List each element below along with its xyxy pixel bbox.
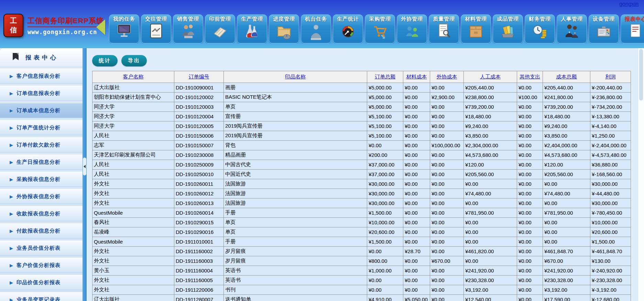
table-row: 同济大学DD-1910120003单页¥5,000.00¥0.00¥0.00¥7…: [92, 102, 631, 112]
cart-icon: [372, 23, 388, 43]
column-header-利润[interactable]: 利润: [590, 71, 631, 83]
sidebar-item-生产日报信息分析[interactable]: ▶生产日报信息分析: [0, 154, 83, 170]
cell-订单编号: DD-1910290016: [174, 227, 224, 237]
column-header-材料成本[interactable]: 材料成本: [403, 71, 430, 83]
nav-item-外协管理[interactable]: 外协管理: [397, 14, 427, 43]
cell-客户名称: 志军: [92, 141, 174, 150]
cell-订单编号: DD-1910260013: [174, 198, 224, 208]
nav-item-设备管理[interactable]: 设备管理: [589, 14, 619, 43]
sidebar-item-label: 客户信息报表分析: [17, 73, 61, 79]
cell-成本总额: ¥205,560.00: [543, 170, 590, 179]
cell-其他支出: ¥0.00: [517, 266, 543, 276]
cell-成本总额: ¥3,850.00: [543, 131, 590, 141]
cell-材料成本: ¥0.00: [403, 266, 430, 276]
cell-外协成本: ¥0.00: [430, 276, 464, 285]
cell-利润: ¥-3,192.00: [590, 285, 631, 295]
nav-item-进度管理[interactable]: 进度管理: [269, 14, 299, 43]
cell-人工成本: ¥4,573,680.00: [464, 150, 517, 160]
nav-item-财务管理[interactable]: 财务管理: [525, 14, 555, 43]
nav-item-材料管理[interactable]: 材料管理: [461, 14, 491, 43]
sidebar-item-客户价值分析报表[interactable]: ▶客户价值分析报表: [0, 258, 83, 273]
arrow-right-icon: ▶: [10, 211, 13, 216]
cell-材料成本: ¥0.00: [403, 170, 430, 179]
cell-印品名称: BASIC NOTE笔记本: [224, 93, 367, 102]
cell-订单总额: ¥20,600.00: [367, 227, 403, 237]
sidebar-item-订单信息报表分析[interactable]: ▶订单信息报表分析: [0, 86, 83, 101]
user-account-link[interactable]: gongxin: [619, 1, 638, 7]
cell-客户名称: 春风社: [92, 218, 174, 227]
cell-订单编号: DD-1910150007: [174, 141, 224, 150]
sidebar-item-收款报表信息分析[interactable]: ▶收款报表信息分析: [0, 206, 83, 221]
cell-其他支出: ¥0.00: [517, 295, 543, 301]
sidebar-item-采购报表信息分析[interactable]: ▶采购报表信息分析: [0, 172, 83, 187]
table-row: 天津艺虹印刷发展有限公司DD-1910230008精品画册¥200.00¥0.0…: [92, 150, 631, 160]
stats-button[interactable]: 统计: [92, 55, 118, 66]
column-header-外协成本[interactable]: 外协成本: [430, 71, 464, 83]
sidebar-item-印品价值分析报表[interactable]: ▶印品价值分析报表: [0, 275, 83, 290]
nav-item-交往管理[interactable]: 交往管理: [141, 14, 171, 43]
cell-人工成本: ¥120.00: [464, 160, 517, 170]
cell-订单总额: ¥1,500.00: [367, 237, 403, 247]
arrow-right-icon: ▶: [10, 74, 13, 79]
column-header-订单总额[interactable]: 订单总额: [367, 71, 403, 83]
sidebar-item-付款报表信息分析[interactable]: ▶付款报表信息分析: [0, 223, 83, 238]
sidebar-item-订单付款欠款分析[interactable]: ▶订单付款欠款分析: [0, 137, 83, 152]
cell-印品名称: 法国旅游: [224, 179, 367, 189]
table-row: 春风社DD-1910290015单页¥10,000.00¥0.00¥0.00¥0…: [92, 218, 631, 227]
order-cost-table: 客户名称订单编号印品名称订单总额材料成本外协成本人工成本其他支出成本总额利润 辽…: [92, 71, 631, 301]
export-button[interactable]: 导出: [121, 55, 147, 66]
nav-item-印前管理[interactable]: 印前管理: [205, 14, 235, 43]
column-header-其他支出[interactable]: 其他支出: [517, 71, 543, 83]
cell-外协成本: ¥2,900.00: [430, 93, 464, 102]
nav-item-机台任务[interactable]: 机台任务: [301, 14, 331, 43]
nav-item-生产管理[interactable]: 生产管理: [237, 14, 267, 43]
scrollbar-thumb[interactable]: [639, 49, 643, 100]
cell-材料成本: ¥0.00: [403, 208, 430, 218]
sidebar-item-label: 印品价值分析报表: [17, 279, 61, 286]
column-header-label: 利润: [605, 74, 616, 79]
sidebar-item-label: 业务员变更记录表: [17, 297, 61, 301]
cell-人工成本: ¥0.00: [464, 218, 517, 227]
cell-其他支出: ¥0.00: [517, 141, 543, 150]
nav-item-销售管理[interactable]: 销售管理: [173, 14, 203, 43]
cell-利润: ¥1,500.00: [590, 237, 631, 247]
nav-item-质量管理[interactable]: 质量管理: [429, 14, 459, 43]
vertical-scrollbar[interactable]: [638, 48, 644, 301]
sidebar-item-业务员变更记录表[interactable]: ▶业务员变更记录表: [0, 292, 83, 301]
sidebar-item-订单成本信息分析[interactable]: ▶订单成本信息分析: [0, 103, 83, 118]
sidebar-item-订单产值统计分析[interactable]: ▶订单产值统计分析: [0, 120, 83, 135]
cell-成本总额: ¥2,404,000.00: [543, 141, 590, 150]
column-header-订单编号[interactable]: 订单编号: [174, 71, 224, 83]
nav-item-人事管理[interactable]: 人事管理: [557, 14, 587, 43]
nav-item-采购管理[interactable]: 采购管理: [365, 14, 395, 43]
column-header-成本总额[interactable]: 成本总额: [543, 71, 590, 83]
cell-成本总额: ¥739,200.00: [543, 102, 590, 112]
cell-材料成本: ¥0.00: [403, 227, 430, 237]
column-header-人工成本[interactable]: 人工成本: [464, 71, 517, 83]
column-header-印品名称[interactable]: 印品名称: [224, 71, 367, 83]
nav-item-生产统计[interactable]: 生产统计: [333, 14, 363, 43]
cell-其他支出: ¥0.00: [517, 179, 543, 189]
cell-订单总额: ¥5,000.00: [367, 102, 403, 112]
column-header-客户名称[interactable]: 客户名称: [92, 71, 174, 83]
table-row: 同济大学DD-1910120004宣传册¥5,100.00¥0.00¥0.00¥…: [92, 112, 631, 121]
cell-人工成本: ¥0.00: [464, 256, 517, 266]
cell-材料成本: ¥0.00: [403, 160, 430, 170]
nav-item-我的任务[interactable]: 我的任务: [109, 14, 139, 43]
sidebar-collapse-handle[interactable]: [83, 158, 86, 175]
table-row: 辽大出版社DD-1911280007送书通知单¥4,910.00¥5,050.0…: [92, 295, 631, 301]
nav-item-报表中心[interactable]: 报表中心: [621, 14, 644, 43]
column-header-label: 其他支出: [520, 74, 540, 79]
column-header-label: 成本总额: [556, 74, 577, 79]
cell-成本总额: ¥0.00: [543, 237, 590, 247]
collapse-left-arrow-icon[interactable]: [96, 19, 105, 35]
sidebar-item-label: 收款报表信息分析: [17, 211, 61, 217]
cell-订单编号: DD-1911160002: [174, 247, 224, 256]
cell-其他支出: ¥0.00: [517, 276, 543, 285]
top-banner: gongxin 工 信 工信商务印刷ERP系统 www.gongxin.org.…: [0, 0, 644, 48]
nav-item-成品管理[interactable]: 成品管理: [493, 14, 523, 43]
operator-icon: [308, 23, 324, 43]
sidebar-item-业务员价值分析表[interactable]: ▶业务员价值分析表: [0, 240, 83, 256]
sidebar-item-外协报表信息分析[interactable]: ▶外协报表信息分析: [0, 189, 83, 204]
sidebar-item-客户信息报表分析[interactable]: ▶客户信息报表分析: [0, 68, 83, 84]
